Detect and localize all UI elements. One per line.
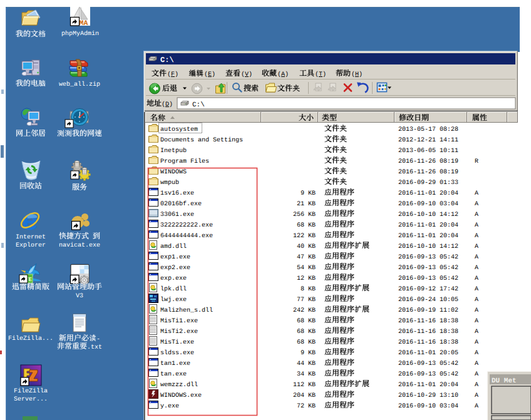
svg-text:(T): (T) — [315, 71, 326, 78]
svg-text:-: - — [96, 336, 100, 343]
svg-text:2016-09-19 11:02: 2016-09-19 11:02 — [398, 307, 458, 314]
svg-text:54 KB: 54 KB — [297, 265, 316, 272]
svg-text:2016-09-13 05:42: 2016-09-13 05:42 — [398, 275, 458, 282]
svg-text:2016-11-16 18:38: 2016-11-16 18:38 — [398, 339, 458, 346]
svg-text:2016-11-01 20:04: 2016-11-01 20:04 — [398, 190, 458, 197]
svg-text:2016-10-10 14:12: 2016-10-10 14:12 — [398, 212, 458, 218]
svg-text:2012-12-21 14:11: 2012-12-21 14:11 — [398, 137, 458, 144]
svg-text:lpk.dll: lpk.dll — [160, 285, 187, 293]
svg-text:FileZilla: FileZilla — [14, 387, 48, 395]
svg-text:wemzzz.dll: wemzzz.dll — [160, 381, 198, 389]
svg-text:tan.exe: tan.exe — [160, 371, 187, 378]
svg-text:A: A — [475, 329, 478, 335]
svg-text:68 KB: 68 KB — [297, 339, 316, 346]
svg-text:y.exe: y.exe — [160, 403, 179, 410]
svg-text:2016-11-16 18:38: 2016-11-16 18:38 — [398, 329, 458, 335]
svg-text:2016-11-01 20:04: 2016-11-01 20:04 — [398, 382, 458, 389]
svg-text:68 KB: 68 KB — [297, 318, 316, 325]
svg-text:MisTi.exe: MisTi.exe — [160, 339, 194, 346]
svg-text:FileZilla...: FileZilla... — [8, 335, 53, 342]
svg-text:Explorer: Explorer — [16, 242, 46, 249]
svg-text:DU Met: DU Met — [492, 377, 517, 385]
svg-text:tan1.exe: tan1.exe — [160, 361, 190, 367]
svg-text:A: A — [475, 243, 478, 250]
svg-text:Inetpub: Inetpub — [160, 147, 187, 155]
svg-text:2016-09-13 05:42: 2016-09-13 05:42 — [398, 254, 458, 261]
svg-text:MisTi1.exe: MisTi1.exe — [160, 317, 198, 325]
svg-text:web_all.zip: web_all.zip — [59, 81, 100, 88]
svg-text:A: A — [475, 318, 478, 325]
svg-text:2013-06-05 10:11: 2013-06-05 10:11 — [398, 148, 458, 155]
svg-text:122 KB: 122 KB — [293, 233, 316, 240]
svg-text:3222222222.exe: 3222222222.exe — [160, 222, 213, 229]
svg-text:(A): (A) — [277, 71, 289, 78]
svg-text:44 KB: 44 KB — [297, 361, 316, 367]
svg-text:47 KB: 47 KB — [297, 254, 316, 261]
svg-text:77 KB: 77 KB — [297, 297, 316, 304]
svg-text:6444444444.exe: 6444444444.exe — [160, 233, 213, 240]
svg-text:Program Files: Program Files — [160, 158, 209, 165]
svg-text:phpMyAdmin: phpMyAdmin — [61, 30, 99, 38]
svg-text:(V): (V) — [241, 71, 252, 78]
svg-text:(D): (D) — [162, 101, 173, 108]
svg-text:lwj.exe: lwj.exe — [160, 296, 187, 304]
svg-text:8 KB: 8 KB — [301, 286, 316, 293]
svg-text:2016-11-26 08:19: 2016-11-26 08:19 — [398, 158, 458, 165]
svg-text:A: A — [475, 403, 478, 410]
svg-text:(E): (E) — [204, 71, 215, 78]
svg-text:9 KB: 9 KB — [301, 350, 316, 357]
svg-text:2016-11-01 20:04: 2016-11-01 20:04 — [398, 233, 458, 240]
svg-text:A: A — [475, 339, 478, 346]
svg-text:112 KB: 112 KB — [293, 382, 316, 389]
svg-text:Server...: Server... — [14, 396, 48, 403]
svg-text:2013-05-17 08:28: 2013-05-17 08:28 — [398, 126, 458, 133]
svg-text:amd.dll: amd.dll — [160, 243, 187, 250]
svg-text:(F): (F) — [167, 71, 178, 78]
svg-text:2016-09-29 01:33: 2016-09-29 01:33 — [398, 180, 458, 187]
svg-text:2016-10-10 14:12: 2016-10-10 14:12 — [398, 243, 458, 250]
svg-text:MisTi2.exe: MisTi2.exe — [160, 328, 198, 335]
svg-text:C:\: C:\ — [160, 56, 174, 64]
svg-text:A: A — [475, 361, 478, 367]
svg-text:WINDOWS.exe: WINDOWS.exe — [160, 392, 202, 399]
svg-text:A: A — [475, 371, 478, 378]
svg-text:A: A — [475, 190, 478, 197]
svg-text:exp1.exe: exp1.exe — [160, 254, 190, 261]
svg-text:R: R — [475, 158, 478, 165]
svg-text:68 KB: 68 KB — [297, 222, 316, 229]
svg-text:A: A — [475, 222, 478, 229]
svg-text:2016-09-13 05:42: 2016-09-13 05:42 — [398, 361, 458, 367]
svg-text:2016-09-10 03:04: 2016-09-10 03:04 — [398, 201, 458, 208]
svg-text:2016-10-29 13:10: 2016-10-29 13:10 — [398, 392, 458, 399]
svg-text:2016-09-13 05:42: 2016-09-13 05:42 — [398, 371, 458, 378]
svg-text:WINDOWS: WINDOWS — [160, 169, 187, 176]
svg-text:2016-09-10 03:04: 2016-09-10 03:04 — [398, 403, 458, 410]
svg-text:Internet: Internet — [16, 234, 46, 241]
svg-text:A: A — [475, 265, 478, 272]
svg-text:21 KB: 21 KB — [297, 201, 316, 208]
svg-text:A: A — [475, 275, 478, 282]
svg-text:40 KB: 40 KB — [297, 243, 316, 250]
svg-text:A: A — [475, 392, 478, 399]
svg-text:68 KB: 68 KB — [297, 329, 316, 335]
svg-text:2016-11-26 08:19: 2016-11-26 08:19 — [398, 169, 458, 176]
svg-text:33061.exe: 33061.exe — [160, 212, 194, 218]
svg-text:exp.exe: exp.exe — [160, 275, 187, 282]
svg-text:A: A — [475, 382, 478, 389]
svg-text:sldss.exe: sldss.exe — [160, 349, 194, 357]
svg-text:2016-11-16 18:38: 2016-11-16 18:38 — [398, 318, 458, 325]
svg-text:navicat.exe: navicat.exe — [59, 242, 100, 249]
svg-text:2016-11-01 20:04: 2016-11-01 20:04 — [398, 222, 458, 229]
svg-text:204 KB: 204 KB — [293, 392, 316, 399]
svg-text:A: A — [475, 233, 478, 240]
svg-text:72 KB: 72 KB — [297, 403, 316, 410]
svg-text:02016bf.exe: 02016bf.exe — [160, 200, 202, 208]
svg-text:.txt: .txt — [87, 344, 102, 351]
svg-text:9 KB: 9 KB — [301, 190, 316, 197]
svg-text:A: A — [475, 254, 478, 261]
svg-text:Malizhen_s.dll: Malizhen_s.dll — [160, 307, 213, 314]
svg-text:1sv16.exe: 1sv16.exe — [160, 190, 194, 197]
svg-text:A: A — [475, 286, 478, 293]
svg-text:2016-09-24 10:05: 2016-09-24 10:05 — [398, 297, 458, 304]
svg-text:A: A — [475, 201, 478, 208]
